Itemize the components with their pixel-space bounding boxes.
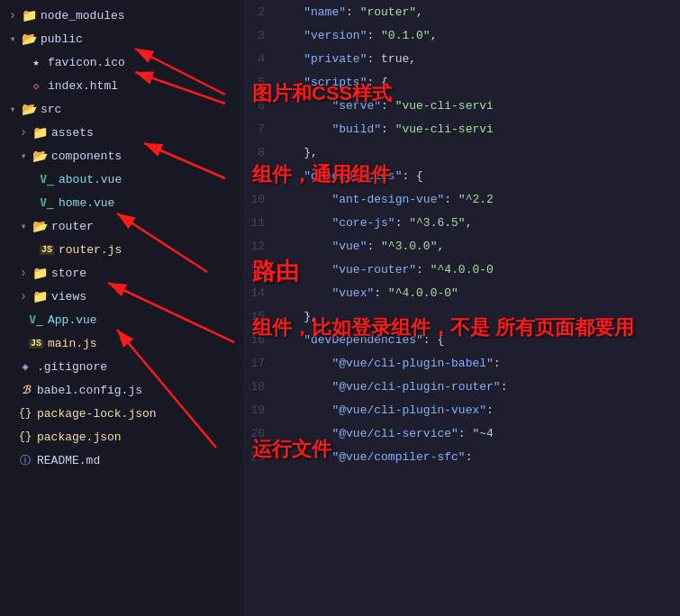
line-number: 21: [243, 450, 276, 464]
line-content: "build": "vue-cli-servi: [276, 122, 680, 136]
folder-closed-icon: 📁: [32, 125, 47, 140]
sidebar-item-package-json[interactable]: {}package.json: [0, 425, 243, 448]
line-number: 19: [243, 403, 276, 417]
file-js-icon: JS: [40, 242, 54, 257]
sidebar-item-home-vue[interactable]: V̲home.vue: [0, 191, 243, 214]
sidebar-label-store: store: [51, 267, 86, 280]
file-ico-icon: ★: [29, 55, 43, 69]
folder-closed-icon: 📁: [32, 266, 47, 280]
sidebar-label-gitignore: .gitignore: [37, 360, 107, 374]
line-number: 10: [243, 193, 276, 206]
sidebar-item-node_modules[interactable]: 📁node_modules: [0, 4, 243, 27]
sidebar-item-babel[interactable]: ℬbabel.config.js: [0, 378, 243, 402]
sidebar-label-readme: README.md: [37, 454, 100, 467]
sidebar-label-home-vue: home.vue: [59, 196, 114, 210]
line-content: "name": "router",: [276, 5, 680, 19]
line-content: },: [276, 310, 680, 323]
line-number: 8: [243, 146, 276, 159]
code-line-19: 19 "@vue/cli-plugin-vuex":: [243, 398, 680, 421]
sidebar-item-readme[interactable]: ⓘREADME.md: [0, 448, 243, 472]
line-number: 3: [243, 29, 276, 42]
sidebar-item-gitignore[interactable]: ◈.gitignore: [0, 355, 243, 378]
code-line-13: 13 "vue-router": "^4.0.0-0: [243, 258, 680, 281]
folder-open-icon: 📂: [32, 219, 47, 233]
file-vue-icon: V̲: [29, 313, 43, 327]
sidebar-item-router[interactable]: 📂router: [0, 214, 243, 238]
line-number: 9: [243, 169, 276, 183]
code-line-21: 21 "@vue/compiler-sfc":: [243, 445, 680, 468]
file-json-icon: {}: [18, 406, 32, 421]
line-content: "core-js": "^3.6.5",: [276, 216, 680, 230]
sidebar-item-public[interactable]: 📂public: [0, 27, 243, 50]
folder-closed-icon: 📁: [22, 8, 36, 23]
sidebar-label-about-vue: about.vue: [59, 173, 122, 186]
sidebar-label-app-vue: App.vue: [48, 313, 97, 327]
line-number: 7: [243, 122, 276, 136]
line-content: "vue": "^3.0.0",: [276, 240, 680, 253]
code-line-15: 15 },: [243, 304, 680, 328]
sidebar-item-components[interactable]: 📂components: [0, 144, 243, 168]
sidebar-label-package-json: package.json: [37, 430, 122, 444]
file-info-icon: ⓘ: [18, 453, 32, 467]
code-line-3: 3 "version": "0.1.0",: [243, 23, 680, 47]
line-number: 12: [243, 240, 276, 253]
sidebar-item-router-js[interactable]: JSrouter.js: [0, 238, 243, 261]
line-number: 5: [243, 76, 276, 89]
sidebar-item-src[interactable]: 📂src: [0, 97, 243, 121]
sidebar-label-src: src: [41, 103, 61, 116]
code-line-4: 4 "private": true,: [243, 47, 680, 70]
sidebar-item-main-js[interactable]: JSmain.js: [0, 331, 243, 355]
sidebar-item-views[interactable]: 📁views: [0, 285, 243, 308]
file-explorer: 📁node_modules📂public★favicon.ico◇index.h…: [0, 0, 243, 616]
code-line-7: 7 "build": "vue-cli-servi: [243, 117, 680, 140]
sidebar-item-index-html[interactable]: ◇index.html: [0, 74, 243, 97]
sidebar-label-package-lock: package-lock.json: [37, 407, 157, 421]
line-content: "@vue/compiler-sfc":: [276, 450, 680, 464]
sidebar-label-node_modules: node_modules: [41, 9, 125, 23]
sidebar-label-index-html: index.html: [48, 79, 118, 93]
code-line-6: 6 "serve": "vue-cli-servi: [243, 94, 680, 117]
sidebar-item-about-vue[interactable]: V̲about.vue: [0, 168, 243, 191]
line-content: "ant-design-vue": "^2.2: [276, 193, 680, 206]
code-line-17: 17 "@vue/cli-plugin-babel":: [243, 351, 680, 375]
file-json-icon: {}: [18, 430, 32, 444]
code-line-5: 5 "scripts": {: [243, 70, 680, 94]
sidebar-item-assets[interactable]: 📁assets: [0, 121, 243, 144]
line-number: 2: [243, 5, 276, 19]
line-number: 17: [243, 357, 276, 370]
folder-open-icon: 📂: [32, 149, 47, 163]
file-git-icon: ◈: [18, 359, 32, 374]
sidebar-item-store[interactable]: 📁store: [0, 261, 243, 285]
line-content: "vuex": "^4.0.0-0": [276, 286, 680, 300]
sidebar-label-views: views: [51, 290, 86, 303]
code-line-2: 2 "name": "router",: [243, 0, 680, 23]
line-content: "vue-router": "^4.0.0-0: [276, 263, 680, 276]
sidebar-item-app-vue[interactable]: V̲App.vue: [0, 308, 243, 331]
line-content: "@vue/cli-plugin-vuex":: [276, 403, 680, 417]
code-line-8: 8 },: [243, 140, 680, 164]
line-content: "serve": "vue-cli-servi: [276, 99, 680, 113]
folder-closed-icon: 📁: [32, 289, 47, 303]
code-content: 2 "name": "router",3 "version": "0.1.0",…: [243, 0, 680, 616]
sidebar-item-favicon[interactable]: ★favicon.ico: [0, 50, 243, 74]
line-number: 6: [243, 99, 276, 113]
sidebar-label-favicon: favicon.ico: [48, 56, 125, 69]
line-content: "@vue/cli-plugin-router":: [276, 380, 680, 394]
sidebar-label-components: components: [51, 149, 122, 163]
file-vue-icon: V̲: [40, 195, 54, 210]
sidebar-label-main-js: main.js: [48, 337, 97, 350]
line-content: "scripts": {: [276, 76, 680, 89]
line-content: },: [276, 146, 680, 159]
line-number: 15: [243, 310, 276, 323]
line-number: 16: [243, 333, 276, 347]
sidebar-item-package-lock[interactable]: {}package-lock.json: [0, 402, 243, 425]
folder-open-icon: 📂: [22, 102, 36, 116]
code-line-20: 20 "@vue/cli-service": "~4: [243, 421, 680, 445]
line-number: 20: [243, 427, 276, 440]
file-babel-icon: ℬ: [18, 383, 32, 397]
line-content: "private": true,: [276, 52, 680, 66]
sidebar-label-router-js: router.js: [59, 243, 122, 257]
code-line-14: 14 "vuex": "^4.0.0-0": [243, 281, 680, 304]
code-line-12: 12 "vue": "^3.0.0",: [243, 234, 680, 258]
line-content: "version": "0.1.0",: [276, 29, 680, 42]
